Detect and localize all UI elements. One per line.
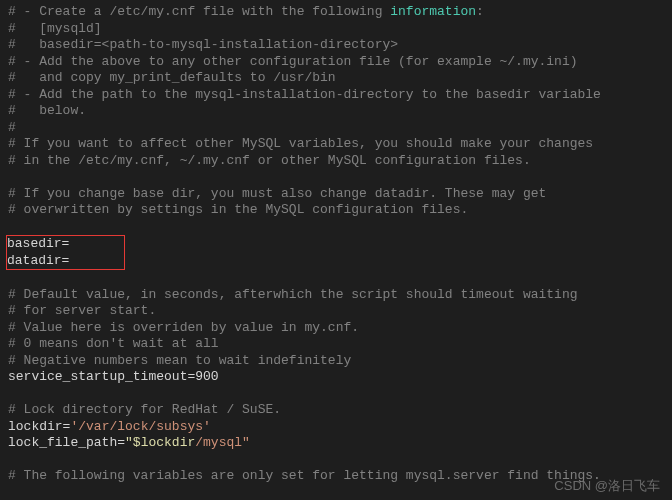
code-line: # Value here is overriden by value in my… xyxy=(8,320,359,335)
code-line: # Default value, in seconds, afterwhich … xyxy=(8,287,578,302)
code-line: # xyxy=(8,120,16,135)
code-line: # If you want to affect other MySQL vari… xyxy=(8,136,593,151)
code-line: lock_file_path="$lockdir/mysql" xyxy=(8,435,250,450)
code-line: # and copy my_print_defaults to /usr/bin xyxy=(8,70,336,85)
code-line: # Lock directory for RedHat / SuSE. xyxy=(8,402,281,417)
code-line: # - Add the path to the mysql-installati… xyxy=(8,87,601,102)
code-line: # in the /etc/my.cnf, ~/.my.cnf or other… xyxy=(8,153,531,168)
code-line: # - Add the above to any other configura… xyxy=(8,54,578,69)
code-line: # for server start. xyxy=(8,303,156,318)
code-line: # [mysqld] xyxy=(8,21,102,36)
code-line: # below. xyxy=(8,103,86,118)
code-line: # The following variables are only set f… xyxy=(8,468,601,483)
watermark: CSDN @洛日飞车 xyxy=(554,478,660,495)
code-line: service_startup_timeout=900 xyxy=(8,369,219,384)
code-block: # - Create a /etc/my.cnf file with the f… xyxy=(0,0,672,500)
code-line: # basedir=<path-to-mysql-installation-di… xyxy=(8,37,398,52)
code-line: # 0 means don't wait at all xyxy=(8,336,219,351)
code-line: # Negative numbers mean to wait indefini… xyxy=(8,353,351,368)
code-line: lockdir='/var/lock/subsys' xyxy=(8,419,211,434)
code-line: # If you change base dir, you must also … xyxy=(8,186,546,201)
code-line: # - Create a /etc/my.cnf file with the f… xyxy=(8,4,484,19)
code-line: # overwritten by settings in the MySQL c… xyxy=(8,202,468,217)
highlight-box: basedir= datadir= xyxy=(6,235,125,270)
config-datadir: datadir= xyxy=(7,253,69,268)
config-basedir: basedir= xyxy=(7,236,69,251)
